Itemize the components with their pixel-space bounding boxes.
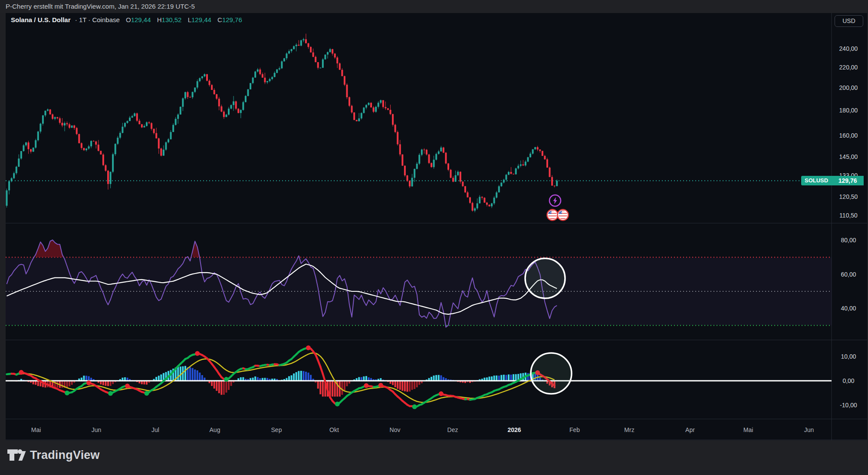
candle-body xyxy=(143,126,145,127)
lightning-event-icon[interactable] xyxy=(549,195,561,206)
candle-body xyxy=(148,122,150,123)
candle-body xyxy=(8,181,10,191)
candle-body xyxy=(339,63,341,70)
histogram-bar xyxy=(505,375,507,381)
candle-body xyxy=(395,125,396,132)
candle-body xyxy=(423,149,425,150)
open-value: 129,44 xyxy=(131,16,151,23)
us-flag-event-icon[interactable] xyxy=(558,210,569,221)
candle-body xyxy=(293,46,295,49)
candle-body xyxy=(76,128,78,134)
histogram-bar xyxy=(334,381,336,396)
price-axis-labels[interactable]: 240,00220,00200,00180,00160,00145,00133,… xyxy=(839,45,858,409)
candle-body xyxy=(209,81,210,85)
time-tick-label: Dez xyxy=(447,426,458,433)
candle-body xyxy=(416,164,418,169)
macd-top-dot xyxy=(86,380,91,385)
candle-body xyxy=(460,172,461,182)
macd-top-dot xyxy=(195,351,200,356)
candle-body xyxy=(254,72,256,78)
candle-body xyxy=(426,150,427,155)
macd-top-dot xyxy=(439,391,444,396)
candle-body xyxy=(353,112,355,120)
candle-body xyxy=(95,142,97,145)
candle-body xyxy=(310,47,312,53)
tradingview-logo[interactable]: TradingView xyxy=(7,448,100,462)
candle-body xyxy=(158,139,160,148)
candle-body xyxy=(551,177,553,186)
open-label: O xyxy=(126,16,131,23)
candle-body xyxy=(510,172,512,174)
candle-body xyxy=(199,78,201,81)
candle-body xyxy=(274,73,276,77)
candle-body xyxy=(319,68,321,68)
histogram-bar xyxy=(409,381,411,392)
histogram-bar xyxy=(508,374,510,381)
histogram-bar xyxy=(406,381,408,392)
currency-toggle-button[interactable]: USD xyxy=(835,15,863,27)
candle-body xyxy=(117,138,118,144)
time-axis-labels[interactable]: MaiJunJulAugSepOktNovDez2026FebMrzAprMai… xyxy=(31,426,814,433)
candle-body xyxy=(298,45,299,46)
candle-body xyxy=(464,186,466,192)
time-tick-label: Jun xyxy=(92,426,102,433)
candlestick-layer xyxy=(6,34,558,212)
candle-body xyxy=(85,148,87,150)
candle-body xyxy=(469,198,471,203)
histogram-bar xyxy=(302,371,304,381)
candle-body xyxy=(455,175,457,182)
candle-body xyxy=(153,129,155,133)
histogram-bar xyxy=(411,381,413,390)
price-tick-label: 120,50 xyxy=(839,193,858,200)
candle-body xyxy=(52,114,53,119)
time-tick-label: Jun xyxy=(804,426,814,433)
histogram-bar xyxy=(158,376,160,381)
candle-body xyxy=(163,150,164,156)
histogram-bar xyxy=(160,374,162,381)
chart-area[interactable]: 240,00220,00200,00180,00160,00145,00133,… xyxy=(6,13,867,440)
macd-tick-label: 10,00 xyxy=(841,353,856,360)
histogram-bar xyxy=(515,374,517,381)
macd-top-dot xyxy=(306,346,311,350)
candle-body xyxy=(479,197,480,203)
candle-body xyxy=(155,133,157,138)
candle-body xyxy=(361,113,362,118)
footer-bar: TradingView xyxy=(0,440,868,475)
macd-bottom-dot xyxy=(224,377,229,382)
time-tick-label: 2026 xyxy=(507,426,521,433)
histogram-bar xyxy=(317,381,319,389)
candle-body xyxy=(102,155,104,165)
time-tick-label: Okt xyxy=(329,426,339,433)
candle-body xyxy=(42,115,44,124)
price-chart[interactable]: 240,00220,00200,00180,00160,00145,00133,… xyxy=(6,13,867,440)
histogram-bar xyxy=(83,376,85,381)
histogram-bar xyxy=(341,381,343,395)
us-flag-event-icon[interactable] xyxy=(547,210,558,221)
attribution-text: P-Cherry erstellt mit TradingView.com, J… xyxy=(6,3,195,10)
histogram-bar xyxy=(194,369,196,381)
candle-body xyxy=(259,69,261,74)
candle-body xyxy=(264,78,266,82)
macd-segment xyxy=(318,360,321,367)
candle-body xyxy=(112,154,114,172)
candle-body xyxy=(13,173,15,178)
symbol-title: Solana / U.S. Dollar xyxy=(11,16,71,23)
highlight-circle-oscillator[interactable] xyxy=(525,258,565,298)
close-label: C xyxy=(217,16,222,23)
macd-bottom-dot xyxy=(65,391,69,396)
candle-body xyxy=(71,125,73,128)
candle-body xyxy=(49,109,51,114)
candle-body xyxy=(334,53,336,57)
candle-body xyxy=(305,39,307,43)
histogram-bar xyxy=(218,381,220,393)
candle-body xyxy=(529,154,531,157)
candle-body xyxy=(440,148,442,152)
macd-tick-label: -10,00 xyxy=(840,402,857,409)
candle-body xyxy=(457,172,459,175)
candle-body xyxy=(513,174,514,174)
candle-body xyxy=(431,163,432,167)
candle-body xyxy=(56,117,58,119)
candle-body xyxy=(276,69,278,73)
highlight-circle-macd[interactable] xyxy=(531,353,572,394)
candle-body xyxy=(443,148,444,153)
